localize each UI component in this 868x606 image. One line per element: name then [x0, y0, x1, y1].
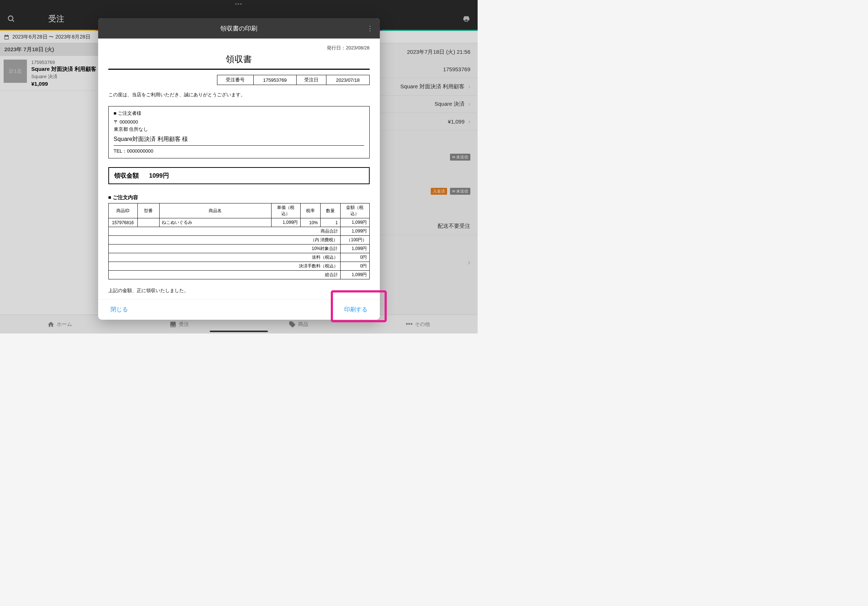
modal-footer: 閉じる 印刷する — [98, 299, 380, 320]
order-content-label: ■ ご注文内容 — [108, 194, 370, 201]
receipt-issue-date: 発行日：2023/08/28 — [108, 45, 370, 51]
receipt-thanks: この度は、当店をご利用いただき、誠にありがとうございます。 — [108, 91, 370, 98]
kebab-menu-icon[interactable]: ⋮ — [367, 24, 373, 32]
receipt-confirm: 上記の金額、正に領収いたしました。 — [108, 288, 370, 294]
receipt-title: 領収書 — [108, 51, 370, 70]
amount-box: 領収金額 1099円 — [108, 167, 370, 184]
modal-header: 領収書の印刷 ⋮ — [98, 18, 380, 39]
customer-box: ■ ご注文者様 〒 0000000 東京都 住所なし Square対面決済 利用… — [108, 106, 370, 158]
receipt-preview: 発行日：2023/08/28 領収書 受注番号 175953769 受注日 20… — [98, 40, 380, 299]
receipt-info-table: 受注番号 175953769 受注日 2023/07/18 — [217, 75, 370, 85]
modal-title: 領収書の印刷 — [220, 24, 257, 33]
print-button[interactable]: 印刷する — [339, 303, 373, 317]
print-receipt-modal: 領収書の印刷 ⋮ 発行日：2023/08/28 領収書 受注番号 1759537… — [98, 18, 380, 320]
items-table: 商品ID 型番 商品名 単価（税込） 税率 数量 金額（税込） 15797681… — [108, 203, 370, 279]
close-button[interactable]: 閉じる — [105, 303, 133, 317]
modal-overlay: 領収書の印刷 ⋮ 発行日：2023/08/28 領収書 受注番号 1759537… — [0, 0, 477, 334]
